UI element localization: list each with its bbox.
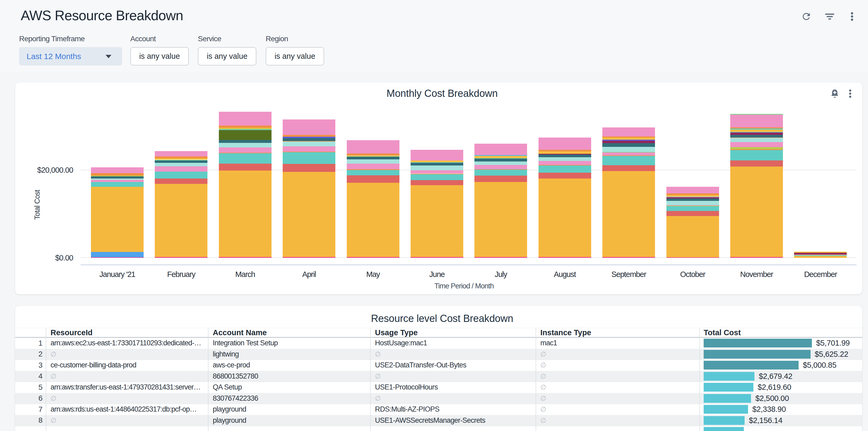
bar-segment[interactable] [474,176,527,182]
bar-segment[interactable] [538,155,591,157]
bar-segment[interactable] [219,128,272,128]
bar-segment[interactable] [219,126,272,128]
bar-segment[interactable] [347,169,399,170]
bar-segment[interactable] [474,158,527,159]
bar-segment[interactable] [538,151,591,154]
bar-segment[interactable] [219,171,272,257]
table-row[interactable]: 4∅868001352780∅∅$2,679.42 [15,371,862,382]
bar-segment[interactable] [602,140,655,141]
bar-segment[interactable] [666,193,719,195]
bar-segment[interactable] [283,137,335,138]
bar-segment[interactable] [666,206,719,211]
bar-segment[interactable] [155,156,208,158]
bar-segment[interactable] [666,211,719,216]
bar-segment[interactable] [730,128,783,129]
column-header-usage-type[interactable]: Usage Type [375,328,418,337]
bar-segment[interactable] [347,175,399,183]
bar-segment[interactable] [283,152,335,164]
bar-segment[interactable] [538,257,591,258]
bar-segment[interactable] [666,198,719,201]
bar-segment[interactable] [219,129,272,130]
bar-segment[interactable] [347,170,399,175]
bar-segment[interactable] [411,170,463,174]
bar-segment[interactable] [219,140,272,143]
bar-segment[interactable] [602,155,655,156]
bar-segment[interactable] [411,150,463,160]
bar-segment[interactable] [411,163,463,165]
bar-segment[interactable] [666,187,719,194]
bar-segment[interactable] [347,157,399,159]
bar-segment[interactable] [794,253,847,255]
bar-segment[interactable] [347,183,399,257]
bar-segment[interactable] [602,171,655,257]
bar-segment[interactable] [219,153,272,153]
bar-segment[interactable] [730,257,783,258]
bar-segment[interactable] [474,144,527,155]
bar-segment[interactable] [794,252,847,252]
bar-segment[interactable] [666,257,719,258]
bar-segment[interactable] [283,146,335,152]
bar-segment[interactable] [538,165,591,166]
bar-segment[interactable] [283,138,335,141]
bar-segment[interactable] [538,154,591,154]
bar-segment[interactable] [474,169,527,169]
bar-segment[interactable] [474,257,527,258]
bar-segment[interactable] [730,147,783,150]
bar-segment[interactable] [411,257,463,258]
bar-segment[interactable] [538,157,591,161]
bar-segment[interactable] [155,163,208,166]
bar-segment[interactable] [538,150,591,151]
bar-segment[interactable] [91,252,144,257]
bar-segment[interactable] [347,154,399,156]
bar-segment[interactable] [730,138,783,142]
bar-segment[interactable] [219,147,272,153]
bar-segment[interactable] [474,156,527,158]
bar-segment[interactable] [538,179,591,257]
bar-segment[interactable] [538,137,591,150]
bar-segment[interactable] [730,149,783,150]
bar-segment[interactable] [730,127,783,128]
bar-segment[interactable] [411,162,463,163]
bar-segment[interactable] [602,136,655,137]
bar-segment[interactable] [474,170,527,175]
bar-segment[interactable] [411,180,463,185]
column-header-total-cost[interactable]: Total Cost [704,328,741,337]
bar-segment[interactable] [666,216,719,257]
bar-segment[interactable] [283,172,335,257]
bar-segment[interactable] [155,160,208,161]
bar-segment[interactable] [474,169,527,170]
bar-segment[interactable] [474,159,527,161]
bar-segment[interactable] [794,256,847,258]
bar-segment[interactable] [91,173,144,176]
bar-segment[interactable] [730,142,783,147]
bar-segment[interactable] [91,176,144,176]
bar-segment[interactable] [155,158,208,160]
bar-segment[interactable] [219,257,272,258]
bar-segment[interactable] [666,201,719,205]
bar-segment[interactable] [283,119,335,135]
bar-segment[interactable] [219,153,272,164]
table-row[interactable]: 6∅830767422336∅∅$2,500.00 [15,393,862,404]
table-row-partial[interactable] [15,426,862,431]
bar-segment[interactable] [538,173,591,179]
bar-segment[interactable] [730,132,783,132]
bar-segment[interactable] [91,180,144,182]
bar-segment[interactable] [155,151,208,156]
bar-segment[interactable] [283,142,335,146]
bar-segment[interactable] [730,129,783,132]
bar-segment[interactable] [730,132,783,135]
bar-segment[interactable] [730,114,783,115]
bar-segment[interactable] [283,164,335,172]
bar-segment[interactable] [155,166,208,172]
bar-segment[interactable] [155,160,208,163]
bar-segment[interactable] [474,182,527,257]
bar-segment[interactable] [666,195,719,196]
bar-segment[interactable] [666,206,719,206]
bar-segment[interactable] [411,160,463,162]
bar-segment[interactable] [411,174,463,180]
bar-segment[interactable] [538,165,591,173]
bar-segment[interactable] [155,172,208,179]
bar-segment[interactable] [794,255,847,255]
bar-segment[interactable] [91,187,144,252]
bar-segment[interactable] [730,115,783,127]
